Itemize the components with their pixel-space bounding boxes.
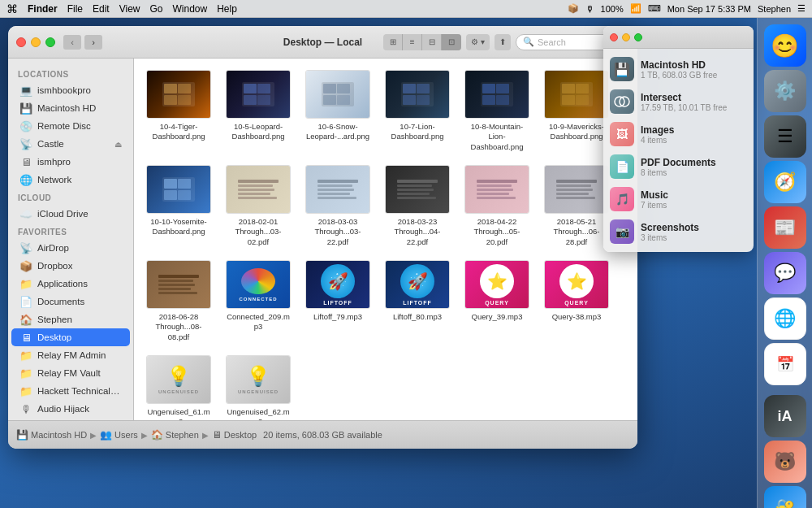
menu-help[interactable]: Help: [217, 3, 237, 15]
sidebar-item-hackett-technical-media[interactable]: 📁 Hackett Technical Media: [11, 382, 130, 400]
file-item[interactable]: 💡 UNGENUISED Ungenuised_61.mp3: [142, 352, 215, 420]
sidebar-item-macintosh-hd[interactable]: 💾 Macintosh HD: [11, 99, 130, 117]
view-icon-btn[interactable]: ⊞: [383, 34, 403, 50]
query-label: QUERY: [564, 300, 589, 306]
file-thumbnail: ⭐ QUERY: [464, 260, 529, 309]
menu-file[interactable]: File: [67, 3, 83, 15]
file-thumbnail: [305, 70, 370, 119]
file-item[interactable]: 2018-05-21 Through...06-28.pdf: [540, 162, 613, 250]
file-item[interactable]: 10-7-Lion-Dashboard.png: [381, 67, 454, 155]
file-item[interactable]: ⭐ QUERY Query_39.mp3: [460, 257, 533, 345]
dock-icon-bear[interactable]: 🐻: [764, 441, 806, 483]
file-item[interactable]: 2018-03-23 Through...04-22.pdf: [381, 162, 454, 250]
dock-icon-safari[interactable]: 🧭: [764, 161, 806, 203]
menu-view[interactable]: View: [119, 3, 140, 15]
file-item[interactable]: 🚀 LIFTOFF Liftoff_79.mp3: [301, 257, 374, 345]
file-label: Liftoff_79.mp3: [313, 312, 362, 322]
dock-icon-chrome[interactable]: 🌐: [764, 297, 806, 340]
vw-maximize[interactable]: [634, 33, 642, 41]
sidebar-item-relay-fm-vault[interactable]: 📁 Relay FM Vault: [11, 364, 130, 382]
vw-item-name: Images: [641, 124, 674, 136]
sidebar-item-desktop[interactable]: 🖥 Desktop: [11, 328, 130, 346]
forward-button[interactable]: ›: [84, 35, 102, 50]
breadcrumb-macintosh-hd[interactable]: 💾 Macintosh HD: [16, 429, 87, 441]
file-item[interactable]: 2018-02-01 Through...03-02.pdf: [222, 162, 295, 250]
back-button[interactable]: ‹: [63, 35, 81, 50]
menu-edit[interactable]: Edit: [93, 3, 110, 15]
file-item[interactable]: 🚀 LIFTOFF Liftoff_80.mp3: [381, 257, 454, 345]
file-item[interactable]: 💡 UNGENUISED Ungenuised_62.mp3: [222, 352, 295, 420]
sidebar-item-applications[interactable]: 📁 Applications: [11, 275, 130, 293]
menu-finder[interactable]: Finder: [28, 3, 58, 15]
dock-icon-reeder[interactable]: 📰: [764, 206, 806, 249]
action-button[interactable]: ⚙ ▾: [466, 34, 490, 50]
view-column-btn[interactable]: ⊟: [422, 34, 442, 50]
file-item[interactable]: 2018-03-03 Through...03-22.pdf: [301, 162, 374, 250]
sidebar-item-airdrop[interactable]: 📡 AirDrop: [11, 239, 130, 257]
menu-go[interactable]: Go: [150, 3, 163, 15]
file-item[interactable]: 2018-06-28 Through...08-08.pdf: [142, 257, 215, 345]
sidebar-item-dropbox[interactable]: 📦 Dropbox: [11, 257, 130, 275]
dock-icon-ia-writer[interactable]: iA: [764, 395, 806, 437]
sidebar-item-remote-disc[interactable]: 💿 Remote Disc: [11, 117, 130, 135]
sidebar-item-network[interactable]: 🌐 Network: [11, 171, 130, 189]
maximize-button[interactable]: [45, 37, 55, 47]
share-button[interactable]: ⬆: [495, 34, 511, 50]
network-icon: 🌐: [19, 173, 32, 186]
vw-item-screenshots[interactable]: 📷 Screenshots 3 items: [603, 215, 754, 248]
macintosh-hd-icon: 💾: [610, 57, 634, 81]
file-item[interactable]: ⭐ QUERY Query-38.mp3: [540, 257, 613, 345]
dock-icon-finder[interactable]: 😊: [764, 24, 806, 67]
sidebar-item-stephen[interactable]: 🏠 Stephen: [11, 310, 130, 328]
close-button[interactable]: [16, 37, 26, 47]
breadcrumb-users[interactable]: 👥 Users: [100, 429, 138, 441]
dock-icon-calendar[interactable]: 📅: [764, 343, 806, 385]
vw-item-pdf-documents[interactable]: 📄 PDF Documents 8 items: [603, 150, 754, 183]
file-item[interactable]: 10-6-Snow-Leopard-...ard.png: [301, 67, 374, 155]
vw-minimize[interactable]: [622, 33, 630, 41]
dock-icon-notification[interactable]: ☰: [764, 115, 806, 158]
status-bar: 💾 Macintosh HD ▶ 👥 Users ▶ 🏠 Stephen ▶ 🖥…: [8, 420, 637, 449]
file-item[interactable]: 10-4-Tiger-Dashboard.png: [142, 67, 215, 155]
file-label: Connected_209.mp3: [225, 312, 292, 332]
sidebar-item-audio-hijack[interactable]: 🎙 Audio Hijack: [11, 400, 130, 418]
apple-menu[interactable]: ⌘: [6, 2, 18, 15]
sidebar-section-locations: Locations: [8, 65, 133, 81]
sidebar-item-ismhpro[interactable]: 🖥 ismhpro: [11, 153, 130, 171]
vw-item-intersect[interactable]: Intersect 17.59 TB, 10.01 TB free: [603, 85, 754, 118]
minimize-button[interactable]: [31, 37, 41, 47]
bc-label: Users: [114, 430, 138, 440]
vw-close[interactable]: [610, 33, 618, 41]
file-label: Query_39.mp3: [472, 312, 523, 322]
file-thumbnail: ⭐ QUERY: [544, 260, 609, 309]
file-thumbnail: [385, 70, 450, 119]
eject-icon[interactable]: ⏏: [114, 140, 122, 149]
file-item[interactable]: 2018-04-22 Through...05-20.pdf: [460, 162, 533, 250]
sidebar-item-icloud-drive[interactable]: ☁️ iCloud Drive: [11, 205, 130, 223]
sidebar-item-ismhbookpro[interactable]: 💻 ismhbookpro: [11, 81, 130, 99]
file-item[interactable]: 10-10-Yosemite-Dashboard.png: [142, 162, 215, 250]
file-item[interactable]: 10-9-Mavericks-Dashboard.png: [540, 67, 613, 155]
file-thumbnail: [146, 70, 211, 119]
vw-item-images[interactable]: 🖼 Images 4 items: [603, 118, 754, 150]
user-label[interactable]: Stephen: [758, 4, 791, 14]
vw-item-name: Intersect: [641, 92, 727, 103]
view-list-btn[interactable]: ≡: [403, 34, 422, 50]
menu-window[interactable]: Window: [173, 3, 208, 15]
file-item[interactable]: 10-8-Mountain-Lion-Dashboard.png: [460, 67, 533, 155]
sidebar-item-relay-fm-admin[interactable]: 📁 Relay FM Admin: [11, 346, 130, 364]
dock-icon-slack[interactable]: 💬: [764, 252, 806, 294]
sidebar-item-castle[interactable]: 📡 Castle ⏏: [11, 135, 130, 153]
vw-item-music[interactable]: 🎵 Music 7 items: [603, 183, 754, 215]
view-gallery-btn[interactable]: ⊡: [442, 34, 461, 50]
file-item[interactable]: 10-5-Leopard-Dashboard.png: [222, 67, 295, 155]
dock-icon-1password[interactable]: 🔐: [764, 486, 806, 508]
sidebar-item-documents[interactable]: 📄 Documents: [11, 293, 130, 310]
dock-icon-preferences[interactable]: ⚙️: [764, 70, 806, 112]
breadcrumb-desktop[interactable]: 🖥 Desktop: [212, 429, 257, 441]
wifi-icon: 📶: [630, 3, 641, 14]
breadcrumb-stephen[interactable]: 🏠 Stephen: [151, 429, 199, 441]
file-item[interactable]: CONNECTED Connected_209.mp3: [222, 257, 295, 345]
menubar: ⌘ Finder File Edit View Go Window Help 📦…: [0, 0, 812, 18]
vw-item-macintosh-hd[interactable]: 💾 Macintosh HD 1 TB, 608.03 GB free: [603, 53, 754, 85]
